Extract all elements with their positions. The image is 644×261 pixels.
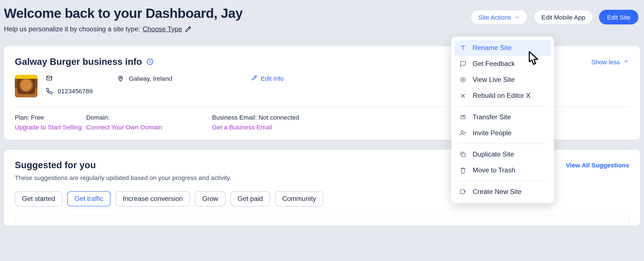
menu-label: Move to Trash — [473, 167, 515, 174]
menu-rebuild-editor-x[interactable]: Rebuild on Editor X — [454, 88, 551, 104]
menu-label: Create New Site — [473, 188, 522, 196]
editorx-icon — [459, 92, 467, 99]
suggested-subtitle: These suggestions are regularly updated … — [15, 174, 231, 181]
svg-point-5 — [461, 78, 465, 82]
business-phone-row: 0123456789 — [46, 87, 117, 95]
page-header: Welcome back to your Dashboard, Jay Help… — [4, 6, 640, 36]
edit-mobile-button[interactable]: Edit Mobile App — [533, 10, 593, 25]
show-less-toggle[interactable]: Show less — [591, 58, 629, 65]
business-location: Galway, Ireland — [129, 75, 172, 82]
chip-get-paid[interactable]: Get paid — [230, 191, 270, 207]
domain-label: Domain: — [86, 114, 208, 121]
menu-divider — [459, 144, 547, 144]
pencil-icon — [252, 75, 257, 82]
personalize-line: Help us personalize it by choosing a sit… — [4, 25, 243, 33]
chip-grow[interactable]: Grow — [195, 191, 225, 207]
chevron-down-icon — [514, 15, 520, 20]
connect-domain-link[interactable]: Connect Your Own Domain — [86, 124, 208, 131]
menu-invite-people[interactable]: Invite People — [454, 125, 551, 141]
trash-icon — [459, 167, 467, 174]
suggested-content-placeholder — [15, 216, 629, 226]
menu-label: Rename Site — [473, 44, 512, 52]
business-email-label: Business Email: Not connected — [212, 114, 629, 121]
svg-point-4 — [120, 77, 121, 79]
svg-point-2 — [150, 60, 150, 61]
svg-point-8 — [461, 131, 463, 133]
menu-divider — [459, 181, 547, 181]
transfer-icon — [459, 113, 467, 121]
menu-get-feedback[interactable]: Get Feedback — [454, 56, 551, 72]
duplicate-icon — [459, 151, 467, 158]
edit-info-link[interactable]: Edit Info — [252, 75, 284, 82]
upgrade-link[interactable]: Upgrade to Start Selling — [15, 124, 82, 131]
mail-icon — [46, 75, 53, 82]
eye-icon — [459, 76, 467, 84]
info-icon[interactable] — [146, 58, 154, 66]
menu-label: Duplicate Site — [473, 151, 514, 158]
menu-divider — [459, 106, 547, 107]
menu-label: Transfer Site — [473, 113, 511, 121]
business-email-row — [46, 75, 117, 82]
chip-increase-conversion[interactable]: Increase conversion — [116, 191, 190, 207]
header-buttons: Site Actions Edit Mobile App Edit Site — [470, 6, 640, 25]
chat-icon — [459, 60, 467, 68]
edit-info-label: Edit Info — [261, 75, 284, 82]
menu-create-new-site[interactable]: Create New Site — [454, 184, 551, 200]
site-actions-button[interactable]: Site Actions — [470, 10, 528, 25]
text-icon — [459, 44, 467, 52]
menu-duplicate-site[interactable]: Duplicate Site — [454, 146, 551, 162]
welcome-title: Welcome back to your Dashboard, Jay — [4, 6, 243, 21]
business-location-row: Galway, Ireland — [117, 75, 252, 82]
menu-label: View Live Site — [473, 76, 515, 84]
pencil-icon[interactable] — [185, 26, 191, 32]
chip-get-started[interactable]: Get started — [15, 191, 62, 207]
personalize-text: Help us personalize it by choosing a sit… — [4, 25, 140, 33]
chip-community[interactable]: Community — [275, 191, 323, 207]
menu-transfer-site[interactable]: Transfer Site — [454, 109, 551, 125]
business-phone: 0123456789 — [58, 87, 93, 95]
chip-get-traffic[interactable]: Get traffic — [67, 191, 111, 207]
business-thumbnail — [15, 75, 37, 98]
chevron-up-icon — [623, 58, 629, 65]
phone-icon — [46, 87, 53, 94]
new-site-icon — [459, 188, 467, 196]
menu-move-to-trash[interactable]: Move to Trash — [454, 162, 551, 178]
location-icon — [117, 75, 124, 82]
view-all-suggestions-link[interactable]: View All Suggestions — [566, 160, 629, 169]
business-info-title-text: Galway Burger business info — [15, 56, 142, 67]
menu-view-live-site[interactable]: View Live Site — [454, 72, 551, 88]
menu-label: Get Feedback — [473, 60, 515, 68]
menu-label: Rebuild on Editor X — [473, 92, 531, 99]
menu-label: Invite People — [473, 129, 512, 137]
plan-label: Plan: Free — [15, 114, 82, 121]
site-actions-label: Site Actions — [478, 14, 511, 21]
edit-site-button[interactable]: Edit Site — [599, 10, 638, 25]
suggested-title: Suggested for you — [15, 160, 231, 171]
business-info-title: Galway Burger business info — [15, 56, 154, 67]
menu-rename-site[interactable]: Rename Site — [454, 40, 551, 56]
site-actions-dropdown: Rename Site Get Feedback View Live Site … — [451, 37, 554, 203]
choose-type-link[interactable]: Choose Type — [143, 25, 182, 33]
get-email-link[interactable]: Get a Business Email — [212, 124, 629, 131]
svg-rect-10 — [460, 190, 464, 194]
svg-rect-9 — [462, 153, 465, 157]
svg-point-6 — [462, 79, 464, 81]
svg-rect-7 — [461, 115, 465, 119]
invite-icon — [459, 129, 467, 137]
show-less-label: Show less — [591, 58, 620, 65]
